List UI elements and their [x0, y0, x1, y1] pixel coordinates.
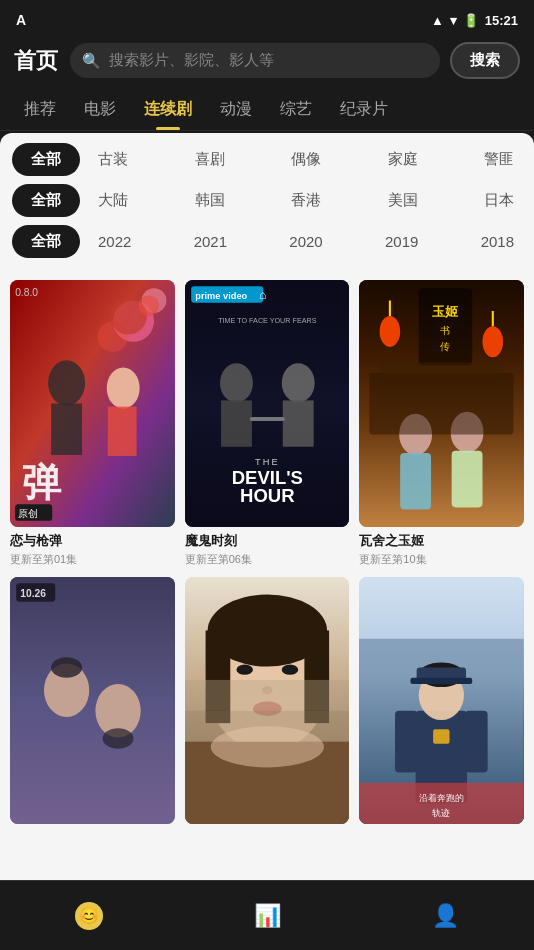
content-grid: 弹 原创 0.8.0 恋与枪弹 更新至第01集 [10, 280, 524, 831]
svg-point-5 [139, 295, 160, 316]
signal-icon: ▲ [431, 13, 444, 28]
filter-all-year[interactable]: 全部 [12, 225, 80, 258]
poster-5 [185, 577, 350, 824]
list-item[interactable]: 弹 原创 0.8.0 恋与枪弹 更新至第01集 [10, 280, 175, 567]
tab-variety[interactable]: 综艺 [266, 89, 326, 130]
filter-tag-xiju[interactable]: 喜剧 [187, 144, 233, 175]
svg-point-6 [48, 360, 85, 405]
profile-icon: 👤 [431, 902, 459, 930]
wifi-icon: ▾ [450, 13, 457, 28]
list-item[interactable]: 10.26 [10, 577, 175, 831]
content-grid-section: 弹 原创 0.8.0 恋与枪弹 更新至第01集 [0, 268, 534, 911]
svg-text:⌂: ⌂ [259, 288, 266, 302]
tab-movies[interactable]: 电影 [70, 89, 130, 130]
nav-item-home[interactable]: 😊 [55, 894, 123, 938]
item-title-1: 恋与枪弹 [10, 532, 175, 550]
svg-point-8 [107, 367, 140, 408]
header: 首页 🔍 搜索影片、影院、影人等 搜索 [0, 36, 534, 89]
battery-icon: 🔋 [463, 13, 479, 28]
svg-point-30 [483, 326, 504, 357]
tab-anime[interactable]: 动漫 [206, 89, 266, 130]
filter-tag-2019[interactable]: 2019 [377, 227, 426, 256]
svg-text:沿着奔跑的: 沿着奔跑的 [419, 793, 464, 803]
nav-tabs: 推荐 电影 连续剧 动漫 综艺 纪录片 [0, 89, 534, 131]
filter-section: 全部 古装 喜剧 偶像 家庭 警匪 全部 大陆 韩国 香港 美国 日本 全部 2… [0, 133, 534, 268]
svg-rect-37 [400, 453, 431, 510]
item-sub-1: 更新至第01集 [10, 552, 175, 567]
filter-all-genre[interactable]: 全部 [12, 143, 80, 176]
svg-point-52 [236, 664, 252, 674]
filter-tag-ouxiang[interactable]: 偶像 [283, 144, 329, 175]
list-item[interactable] [185, 577, 350, 831]
search-button[interactable]: 搜索 [450, 42, 520, 79]
svg-text:传: 传 [441, 341, 451, 352]
svg-text:原创: 原创 [18, 508, 38, 519]
charts-icon: 📊 [253, 902, 281, 930]
list-item[interactable]: 沿着奔跑的 轨迹 [359, 577, 524, 831]
filter-tag-2018[interactable]: 2018 [473, 227, 522, 256]
filter-tag-guzhuang[interactable]: 古装 [90, 144, 136, 175]
svg-rect-41 [380, 362, 504, 377]
filter-tag-2021[interactable]: 2021 [186, 227, 235, 256]
svg-text:0.8.0: 0.8.0 [15, 287, 38, 298]
svg-rect-72 [465, 711, 488, 773]
home-icon: 😊 [75, 902, 103, 930]
item-sub-2: 更新至第06集 [185, 552, 350, 567]
tab-series[interactable]: 连续剧 [130, 89, 206, 130]
svg-rect-71 [395, 711, 418, 773]
svg-point-53 [281, 664, 297, 674]
svg-rect-40 [370, 373, 514, 435]
filter-tag-meiguo[interactable]: 美国 [380, 185, 426, 216]
status-bar: A ▲ ▾ 🔋 15:21 [0, 0, 534, 36]
poster-6: 沿着奔跑的 轨迹 [359, 577, 524, 824]
nav-item-profile[interactable]: 👤 [411, 894, 479, 938]
time-display: 15:21 [485, 13, 518, 28]
tab-recommend[interactable]: 推荐 [10, 89, 70, 130]
svg-text:THE: THE [255, 457, 280, 467]
filter-all-region[interactable]: 全部 [12, 184, 80, 217]
list-item[interactable]: 玉姬 书 传 瓦舍之玉姬 更新至第10集 [359, 280, 524, 567]
status-icons: ▲ ▾ 🔋 15:21 [431, 13, 518, 28]
svg-point-19 [220, 363, 253, 402]
filter-tag-2020[interactable]: 2020 [281, 227, 330, 256]
filter-tag-jiating[interactable]: 家庭 [380, 144, 426, 175]
item-title-3: 瓦舍之玉姬 [359, 532, 524, 550]
svg-point-28 [380, 316, 401, 347]
filter-row-genre: 全部 古装 喜剧 偶像 家庭 警匪 [12, 143, 522, 176]
svg-rect-39 [452, 451, 483, 508]
page-title: 首页 [14, 46, 60, 76]
svg-text:玉姬: 玉姬 [433, 304, 460, 319]
search-bar[interactable]: 🔍 搜索影片、影院、影人等 [70, 43, 440, 78]
year-tags: 2022 2021 2020 2019 2018 [90, 227, 522, 256]
svg-rect-9 [108, 407, 137, 456]
genre-tags: 古装 喜剧 偶像 家庭 警匪 [90, 144, 522, 175]
svg-text:轨迹: 轨迹 [433, 808, 451, 818]
svg-rect-70 [433, 729, 449, 743]
svg-rect-59 [185, 680, 350, 711]
region-tags: 大陆 韩国 香港 美国 日本 [90, 185, 522, 216]
list-item[interactable]: prime video ⌂ TIME TO FACE YOUR FEARS TH… [185, 280, 350, 567]
filter-tag-dalu[interactable]: 大陆 [90, 185, 136, 216]
svg-rect-73 [359, 783, 524, 824]
filter-row-year: 全部 2022 2021 2020 2019 2018 [12, 225, 522, 258]
filter-tag-riben[interactable]: 日本 [476, 185, 522, 216]
tab-documentary[interactable]: 纪录片 [326, 89, 402, 130]
svg-text:书: 书 [441, 325, 451, 336]
poster-1: 弹 原创 0.8.0 [10, 280, 175, 527]
search-placeholder-text: 搜索影片、影院、影人等 [109, 51, 428, 70]
svg-rect-49 [10, 577, 175, 824]
bottom-navigation: 😊 📊 👤 [0, 880, 534, 950]
svg-rect-7 [51, 403, 82, 454]
filter-tag-xianggang[interactable]: 香港 [283, 185, 329, 216]
search-icon: 🔍 [82, 52, 101, 70]
svg-rect-69 [411, 678, 473, 684]
svg-text:TIME TO FACE YOUR FEARS: TIME TO FACE YOUR FEARS [218, 316, 316, 325]
svg-rect-20 [221, 400, 252, 446]
carrier-label: A [16, 12, 26, 28]
filter-tag-jingfei[interactable]: 警匪 [476, 144, 522, 175]
svg-point-62 [210, 726, 323, 767]
filter-tag-hanguo[interactable]: 韩国 [187, 185, 233, 216]
nav-item-charts[interactable]: 📊 [233, 894, 301, 938]
filter-tag-2022[interactable]: 2022 [90, 227, 139, 256]
filter-row-region: 全部 大陆 韩国 香港 美国 日本 [12, 184, 522, 217]
